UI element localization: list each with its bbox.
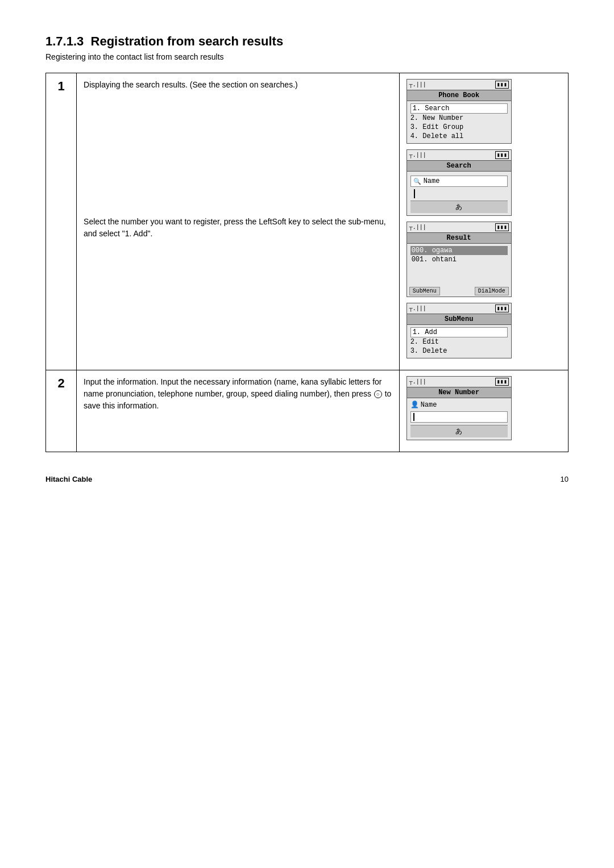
status-bar-5: ┬.||| ▮▮▮ [407,377,511,387]
submenu-delete: 3. Delete [410,347,508,356]
dialmode-button[interactable]: DialMode [475,287,509,295]
footer-page: 10 [561,475,569,483]
search-body: 🔍 Name あ [407,172,511,215]
name-person-icon: 👤 [410,400,419,409]
result-item-1: 001. ohtani [410,255,508,264]
content-table: 1 Displaying the search results. (See th… [45,73,569,452]
step1-screens: ┬.||| ▮▮▮ Phone Book 1. Search 2. New Nu… [399,73,568,370]
newnumber-screen: ┬.||| ▮▮▮ New Number 👤 Name あ [406,376,512,440]
name-input-cursor [413,413,414,421]
search-icon-small: 🔍 [413,178,421,185]
name-row: 👤 Name [410,400,508,409]
battery-icon-1: ▮▮▮ [495,81,509,89]
step-text-2: Input the information. Input the necessa… [77,370,400,452]
result-item-0: 000. ogawa [410,246,508,255]
status-bar-2: ┬.||| ▮▮▮ [407,150,511,160]
signal-icon-2: ┬.||| [409,152,426,158]
page-footer: Hitachi Cable 10 [45,475,569,483]
step2-para1: Input the information. Input the necessa… [84,376,392,412]
step1-para1: Displaying the search results. (See the … [84,79,392,91]
status-bar-3: ┬.||| ▮▮▮ [407,222,511,232]
kana-bar-2: あ [410,425,508,437]
step1-para2: Select the number you want to register, … [84,216,392,240]
phonebook-screen: ┬.||| ▮▮▮ Phone Book 1. Search 2. New Nu… [406,79,512,144]
search-title: Search [407,160,511,172]
step2-screens: ┬.||| ▮▮▮ New Number 👤 Name あ [399,370,568,452]
menu-item-editgroup: 3. Edit Group [410,123,508,132]
circle-ok-icon: ○ [374,390,382,398]
menu-item-newnumber: 2. New Number [410,114,508,123]
step-number-2: 2 [46,370,77,452]
search-screen: ┬.||| ▮▮▮ Search 🔍 Name あ [406,149,512,216]
newnumber-title: New Number [407,387,511,398]
signal-icon-3: ┬.||| [409,224,426,231]
name-label: Name [421,401,437,409]
status-bar-1: ┬.||| ▮▮▮ [407,80,511,90]
kana-bar-1: あ [410,201,508,213]
battery-icon-2: ▮▮▮ [495,151,509,159]
table-row: 1 Displaying the search results. (See th… [46,73,569,370]
result-screen: ┬.||| ▮▮▮ Result 000. ogawa 001. ohtani … [406,222,512,297]
section-title: 1.7.1.3 Registration from search results [45,34,569,49]
phonebook-title: Phone Book [407,90,511,101]
signal-icon-4: ┬.||| [409,306,426,312]
step-number-1: 1 [46,73,77,370]
search-name-label: Name [424,177,440,185]
menu-item-search: 1. Search [410,103,508,114]
submenu-button[interactable]: SubMenu [409,287,440,295]
phonebook-menu: 1. Search 2. New Number 3. Edit Group 4.… [407,101,511,143]
battery-icon-4: ▮▮▮ [495,304,509,312]
submenu-add: 1. Add [410,327,508,337]
signal-icon-5: ┬.||| [409,379,426,385]
footer-company: Hitachi Cable [45,475,92,483]
battery-icon-5: ▮▮▮ [495,378,509,386]
submenu-list: 1. Add 2. Edit 3. Delete [407,325,511,358]
newnumber-body: 👤 Name あ [407,398,511,440]
search-input-row: 🔍 Name [410,176,508,187]
status-bar-4: ┬.||| ▮▮▮ [407,303,511,314]
submenu-title: SubMenu [407,314,511,325]
submenu-edit: 2. Edit [410,337,508,347]
name-input-box [410,411,508,423]
section-subtitle: Registering into the contact list from s… [45,52,569,61]
result-bottom-bar: SubMenu DialMode [407,286,511,297]
submenu-screen: ┬.||| ▮▮▮ SubMenu 1. Add 2. Edit 3. Dele… [406,303,512,358]
signal-icon-1: ┬.||| [409,82,426,88]
result-title: Result [407,232,511,244]
text-cursor [414,189,504,198]
step-text-1: Displaying the search results. (See the … [77,73,400,370]
battery-icon-3: ▮▮▮ [495,223,509,231]
result-body: 000. ogawa 001. ohtani [407,244,511,283]
table-row-2: 2 Input the information. Input the neces… [46,370,569,452]
menu-item-deleteall: 4. Delete all [410,132,508,141]
